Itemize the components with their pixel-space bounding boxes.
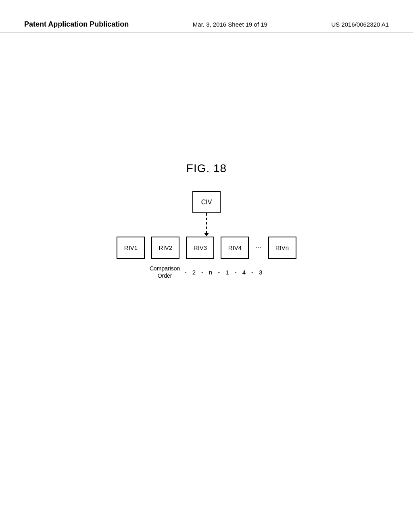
dash-5: - [251,269,253,276]
ellipsis-dots: ··· [255,243,261,252]
riv1-box: RIV1 [117,237,145,259]
comparison-value-4: 4 [242,269,246,276]
civ-label: CIV [201,199,212,206]
riv4-box: RIV4 [221,237,249,259]
dash-2: - [201,269,203,276]
page-header: Patent Application Publication Mar. 3, 2… [0,0,413,33]
diagram: CIV RIV1 RIV2 RIV3 RIV4 ··· [0,191,413,279]
figure-label: FIG. 18 [0,162,413,175]
civ-row: CIV [192,191,221,213]
comparison-value-5: 3 [259,269,262,276]
riv1-label: RIV1 [124,244,138,251]
comparison-value-1: 2 [192,269,196,276]
publication-date: Mar. 3, 2016 Sheet 19 of 19 [193,21,267,28]
comparison-value-3: 1 [225,269,229,276]
publication-title: Patent Application Publication [24,20,129,29]
riv4-label: RIV4 [228,244,242,251]
connector-wrapper [204,213,209,237]
riv2-box: RIV2 [151,237,179,259]
patent-number: US 2016/0062320 A1 [331,21,389,28]
dashed-line [206,213,207,233]
rivn-box: RIVn [268,237,296,259]
riv3-label: RIV3 [194,244,207,251]
dash-3: - [218,269,220,276]
dash-4: - [235,269,237,276]
riv3-box: RIV3 [186,237,214,259]
page: Patent Application Publication Mar. 3, 2… [0,0,413,532]
riv-boxes-row: RIV1 RIV2 RIV3 RIV4 ··· RIVn [113,237,299,259]
comparison-order-label: ComparisonOrder [147,265,183,279]
civ-box: CIV [192,191,221,213]
rivn-label: RIVn [275,244,289,251]
dash-1: - [185,269,187,276]
comparison-value-2: n [209,269,212,276]
arrow-down-icon [204,233,209,236]
comparison-order-row: ComparisonOrder - 2 - n - 1 - 4 - 3 [147,265,267,279]
riv2-label: RIV2 [159,244,172,251]
